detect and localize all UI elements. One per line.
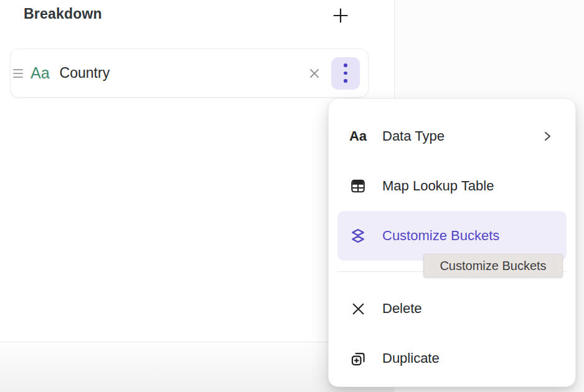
menu-item-label: Delete xyxy=(382,301,422,317)
copy-plus-icon xyxy=(349,350,367,367)
menu-item-label: Map Lookup Table xyxy=(382,178,494,194)
menu-item-customize-buckets[interactable]: Customize Buckets xyxy=(337,211,567,261)
layers-icon xyxy=(349,227,367,245)
menu-item-label: Customize Buckets xyxy=(382,228,499,244)
chevron-right-icon xyxy=(542,130,553,142)
tooltip: Customize Buckets xyxy=(423,254,563,278)
menu-item-label: Data Type xyxy=(382,128,445,144)
add-breakdown-button[interactable] xyxy=(329,4,352,27)
text-type-icon: Aa xyxy=(349,128,367,144)
page-title: Breakdown xyxy=(24,6,102,22)
x-icon xyxy=(349,301,367,317)
breakdown-field-card: Aa Country xyxy=(10,49,369,98)
drag-handle-icon[interactable] xyxy=(13,69,23,78)
field-more-options-button[interactable] xyxy=(331,57,360,90)
menu-item-map-lookup-table[interactable]: Map Lookup Table xyxy=(337,161,567,211)
menu-item-delete[interactable]: Delete xyxy=(337,284,567,334)
menu-item-data-type[interactable]: Aa Data Type xyxy=(337,111,567,161)
field-options-menu: Aa Data Type Map Lookup Table Customize … xyxy=(328,98,576,387)
kebab-menu-icon xyxy=(344,63,347,67)
close-icon xyxy=(307,66,322,81)
field-name: Country xyxy=(60,65,110,82)
table-icon xyxy=(349,178,367,194)
remove-field-button[interactable] xyxy=(302,61,327,86)
field-type-badge: Aa xyxy=(31,64,50,82)
menu-item-label: Duplicate xyxy=(382,350,440,366)
menu-item-duplicate[interactable]: Duplicate xyxy=(337,334,567,383)
plus-icon xyxy=(332,7,349,24)
